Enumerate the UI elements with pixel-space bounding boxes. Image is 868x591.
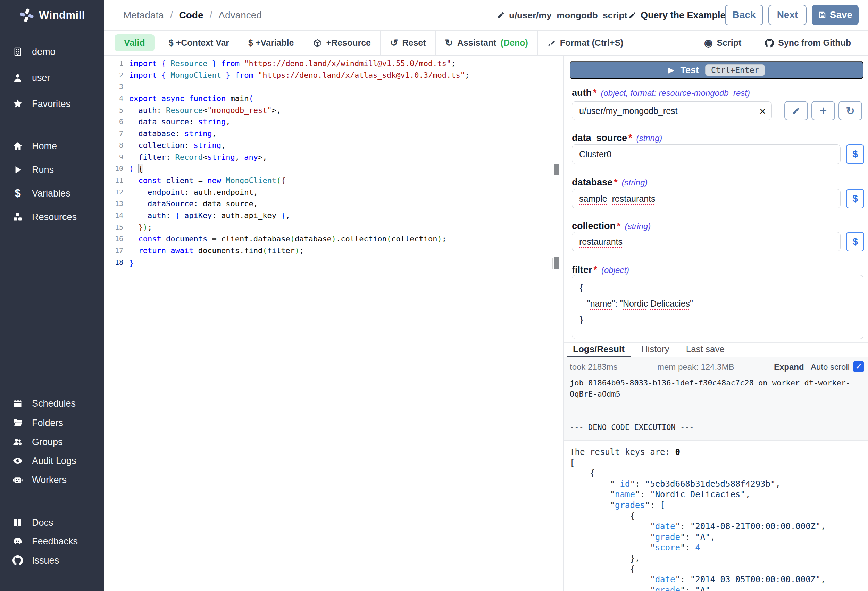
result-json-line: { [570,468,865,479]
required-asterisk: * [629,133,632,143]
line-number: 3 [104,82,123,94]
format-button[interactable]: Format (Ctrl+S) [538,31,633,56]
sidebar-item-issues[interactable]: Issues [0,552,104,569]
line-number: 11 [104,176,123,188]
sidebar-item-home[interactable]: Home [0,137,104,155]
code-line: auth: { apiKey: auth.api_key }, [127,211,553,223]
refresh-resource-button[interactable]: ↻ [838,101,862,121]
code-line: auth: Resource<"mongodb_rest">, [127,106,553,118]
code-content[interactable]: import { Resource } from "https://deno.l… [127,59,553,269]
cube-icon [313,38,322,47]
line-number: 14 [104,211,123,223]
keyboard-shortcut-badge: Ctrl+Enter [705,64,765,76]
filter-json-line: "name": "Nordic Delicacies" [580,296,856,312]
auth-resource-input[interactable]: u/user/my_mongodb_rest × [572,101,772,120]
script-path[interactable]: u/user/my_mongodb_script [496,0,627,31]
dollar-icon: $ [852,193,858,204]
filter-json-editor[interactable]: { "name": "Nordic Delicacies"} [572,275,864,339]
sidebar-item-workspace-demo[interactable]: demo [0,43,104,61]
clear-icon[interactable]: × [759,102,766,121]
tab-advanced[interactable]: Advanced [218,10,262,21]
back-button[interactable]: Back [725,4,763,25]
result-json-line: "name": "Nordic Delicacies", [570,490,865,500]
check-icon: ✓ [856,362,862,371]
reset-button[interactable]: ↺ Reset [381,31,435,56]
code-line: filter: Record<string, any>, [127,153,553,165]
insert-variable-button[interactable]: $ [846,232,864,251]
person-icon [12,73,24,83]
field-name: database [572,177,613,188]
field-label-collection: collection* (string) [572,221,651,232]
code-line: ) { [127,164,553,176]
sidebar-item-resources[interactable]: Resources [0,208,104,226]
code-line: import { Resource } from "https://deno.l… [127,59,553,71]
sidebar-item-label: demo [32,47,56,57]
tab-code[interactable]: Code [179,10,204,21]
sidebar-item-label: Folders [32,418,63,428]
database-input[interactable]: sample_restaurants [572,189,841,208]
script-kind-button[interactable]: ◉ Script [695,31,751,56]
expand-button[interactable]: Expand [774,362,804,372]
line-number: 1 [104,59,123,71]
pencil-icon [792,106,800,115]
line-number: 7 [104,129,123,141]
add-resource-button-small[interactable]: + [811,101,835,121]
validation-status-badge: Valid [115,34,155,52]
tab-logs-result[interactable]: Logs/Result [567,344,630,357]
data-source-input[interactable]: Cluster0 [572,145,841,164]
sidebar: Windmill demo user Favorites Home [0,0,104,591]
result-json-line: "grades": [ [570,500,865,511]
sidebar-item-favorites[interactable]: Favorites [0,95,104,112]
sidebar-item-variables[interactable]: $ Variables [0,185,104,202]
sidebar-item-docs[interactable]: Docs [0,514,104,531]
field-name: auth [572,87,592,98]
assistant-button[interactable]: ↻ Assistant (Deno) [436,31,537,56]
text-cursor [134,258,134,267]
folder-icon [12,418,24,428]
sidebar-item-groups[interactable]: Groups [0,433,104,451]
test-run-button[interactable]: ▶ Test Ctrl+Enter [570,61,864,79]
sidebar-item-folders[interactable]: Folders [0,414,104,431]
sync-from-github-button[interactable]: Sync from Github [756,31,861,56]
code-editor[interactable]: 123456789101112131415161718 import { Res… [104,56,563,591]
play-icon [12,165,24,175]
code-line: import { MongoClient } from "https://den… [127,71,553,83]
line-number: 16 [104,234,123,246]
brand-name: Windmill [39,9,85,22]
add-resource-button[interactable]: +Resource [303,31,380,56]
pencil-icon [496,11,505,19]
field-name: collection [572,221,616,232]
tab-metadata[interactable]: Metadata [123,10,164,21]
sidebar-item-user[interactable]: user [0,69,104,86]
line-number: 5 [104,106,123,118]
windmill-logo[interactable]: Windmill [0,0,104,31]
insert-variable-button[interactable]: $ [846,189,864,208]
result-json-line: "grade": "A", [570,532,865,543]
refresh-icon: ↻ [846,105,855,117]
line-number: 12 [104,188,123,199]
insert-variable-button[interactable]: $ [846,145,864,164]
save-button[interactable]: Save [812,4,859,25]
field-type-note: (string) [625,222,651,231]
add-resource-label: +Resource [326,38,371,48]
next-button[interactable]: Next [768,4,806,25]
sidebar-item-workers[interactable]: Workers [0,471,104,489]
reset-label: Reset [402,38,426,48]
tab-history[interactable]: History [635,344,675,357]
calendar-icon [12,399,24,408]
field-type-note: (string) [636,133,663,143]
sidebar-item-runs[interactable]: Runs [0,161,104,179]
input-value: restaurants [579,237,623,247]
sidebar-item-label: Docs [32,517,53,528]
sidebar-item-schedules[interactable]: Schedules [0,395,104,412]
script-summary[interactable]: Query the Example... [628,0,733,31]
edit-resource-button[interactable] [784,101,808,121]
sidebar-item-audit-logs[interactable]: Audit Logs [0,452,104,470]
add-context-var-button[interactable]: $ +Context Var [159,31,239,56]
collection-input[interactable]: restaurants [572,232,841,251]
autoscroll-checkbox[interactable]: ✓ [853,361,864,372]
book-icon [12,517,24,528]
add-variable-button[interactable]: $ +Variable [239,31,303,56]
tab-last-save[interactable]: Last save [680,344,731,357]
sidebar-item-feedbacks[interactable]: Feedbacks [0,533,104,550]
